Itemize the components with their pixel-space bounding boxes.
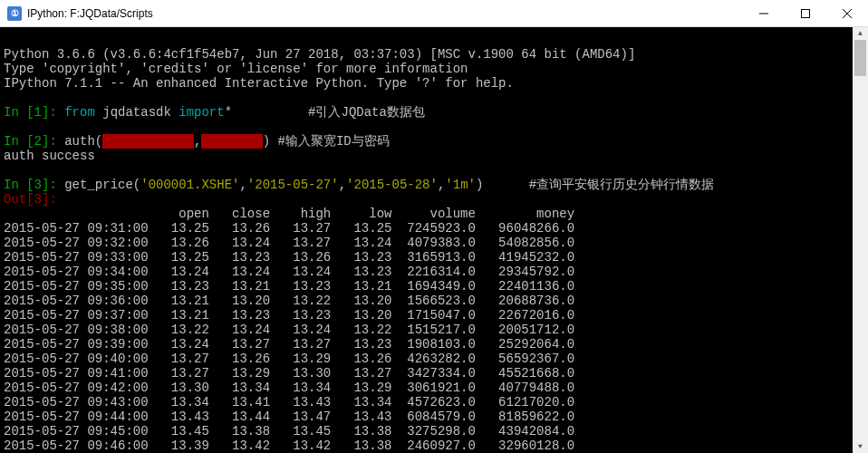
svg-rect-1 xyxy=(802,9,810,17)
maximize-button[interactable] xyxy=(785,0,826,27)
banner-line: IPython 7.1.1 -- An enhanced Interactive… xyxy=(4,76,514,91)
in-prompt: In [2]: xyxy=(4,134,64,149)
terminal[interactable]: Python 3.6.6 (v3.6.6:4cf1f54eb7, Jun 27 … xyxy=(0,27,868,453)
redacted-str: ' ' xyxy=(201,134,262,149)
scroll-down-icon[interactable]: ▼ xyxy=(853,440,868,453)
scrollbar[interactable]: ▲ ▼ xyxy=(853,27,868,453)
minimize-icon xyxy=(759,9,768,18)
str-arg: '2015-05-27' xyxy=(247,178,339,192)
spacer xyxy=(232,105,308,120)
banner-line: Python 3.6.6 (v3.6.6:4cf1f54eb7, Jun 27 … xyxy=(4,47,635,62)
table-header: open close high low volume money xyxy=(4,207,574,221)
code: ) xyxy=(263,134,278,149)
banner-line: Type 'copyright', 'credits' or 'license'… xyxy=(4,62,468,76)
minimize-button[interactable] xyxy=(743,0,785,27)
comment: #引入JQData数据包 xyxy=(308,105,425,120)
window-controls xyxy=(743,0,868,27)
redacted-str: ' ' xyxy=(102,134,194,149)
scroll-up-icon[interactable]: ▲ xyxy=(853,27,868,40)
output-line: auth success xyxy=(4,149,95,163)
titlebar: ① IPython: F:JQData/Scripts xyxy=(0,0,868,27)
module-name: jqdatasdk xyxy=(102,105,178,120)
table-body: 2015-05-27 09:31:00 13.25 13.26 13.27 13… xyxy=(4,221,859,453)
comment: #查询平安银行历史分钟行情数据 xyxy=(529,178,714,192)
str-arg: '2015-05-28' xyxy=(346,178,438,192)
window-title: IPython: F:JQData/Scripts xyxy=(27,7,153,20)
maximize-icon xyxy=(801,9,810,18)
code: auth( xyxy=(64,134,102,149)
scroll-thumb[interactable] xyxy=(854,40,866,76)
kw-from: from xyxy=(64,105,102,120)
app-icon: ① xyxy=(7,6,22,21)
in-prompt: In [1]: xyxy=(4,105,64,120)
in-prompt: In [3]: xyxy=(4,178,64,192)
code: get_price( xyxy=(64,178,140,192)
kw-import: import xyxy=(178,105,224,120)
out-prompt: Out[3]: xyxy=(4,192,57,207)
close-button[interactable] xyxy=(826,0,868,27)
close-icon xyxy=(843,9,852,18)
str-arg: '000001.XSHE' xyxy=(140,178,239,192)
star: * xyxy=(225,105,232,120)
comment: #输入聚宽ID与密码 xyxy=(278,134,390,149)
str-arg: '1m' xyxy=(445,178,476,192)
